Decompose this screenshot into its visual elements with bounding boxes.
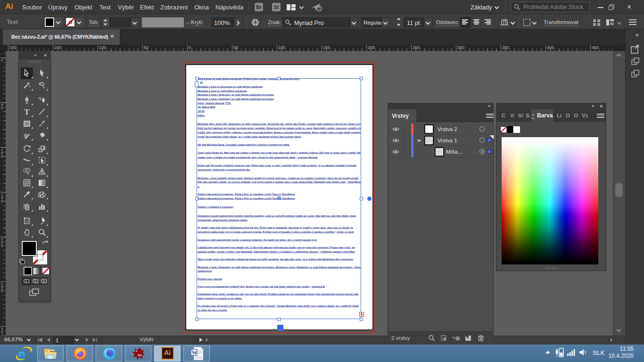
svg-text:W: W bbox=[192, 349, 198, 356]
svg-text:64: 64 bbox=[138, 353, 142, 357]
svg-text:T: T bbox=[24, 107, 30, 116]
